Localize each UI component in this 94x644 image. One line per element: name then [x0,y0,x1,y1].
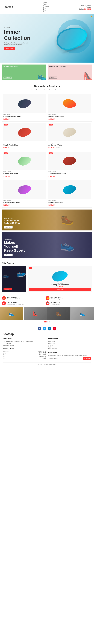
product-meta-3: Men / Women [3,142,46,144]
product-shoe-image-8 [62,184,77,196]
filter-tab-adidas[interactable]: Adidas [43,89,47,91]
filter-tab-men[interactable]: Men [31,89,34,91]
filter-tab-puma[interactable]: Puma [49,89,53,91]
logo[interactable]: Footcap [2,5,13,9]
basket-label[interactable]: Basket: 2 ($130.91) [79,8,92,10]
newsletter-email-input[interactable] [48,357,83,360]
bestsellers-title: Bestsellers Products [0,85,94,88]
product-name-3: Simple Fabric Shoe [3,144,46,146]
nav-right: Login / Register Wishlist Basket: 2 ($13… [79,4,92,10]
product-card-8[interactable]: Men / Women Simple Fabric Shoe $109.85 [47,179,92,208]
adidas-promo-banner: 🥾 Adidas Shoes The Summer Sale Off 50% S… [2,210,92,230]
feature-support-text: 24/7 SUPPORT Get Quick Support [51,302,60,305]
product-card-5[interactable]: New Men / Women Nike Air Max 270 SE $120… [2,150,47,179]
nav-contact[interactable]: Contact [43,11,49,13]
nike-shop-now-button[interactable]: Shop Now [4,254,12,256]
product-price-1: $180.85 [3,118,9,120]
product-shoe-image-7 [17,184,32,196]
social-icon-linkedin[interactable]: in [48,327,51,330]
wishlist-label[interactable]: Wishlist [87,6,92,8]
footer-link-wishlist[interactable]: Wishlist [48,344,92,346]
product-price-7: $120.85 [3,204,9,206]
carousel-dot-2[interactable] [47,322,48,322]
product-card-1[interactable]: Men / Adidas Running Sneaker Shoes $180.… [2,93,47,122]
login-register-link[interactable]: Login / Register [81,4,92,6]
product-card-7[interactable]: Men / Women Nike Basketball shoes $120.8… [2,179,47,208]
social-icon-twitter[interactable]: t [43,327,46,330]
product-meta-6: Men / Women [48,171,91,172]
nike-sp-badge: Sale [29,267,32,269]
nike-sp-shoe-image [51,269,69,283]
product-meta-2: Men / Women [48,114,91,115]
add-to-cart-button[interactable]: Add to cart [29,288,91,291]
products-grid: Men / Adidas Running Sneaker Shoes $180.… [0,93,94,208]
nike-special-content: New Trend Edition 👟 Explore All 👟 Sale W… [2,266,92,292]
opening-hours-fri: 7AM - 12PM [38,354,46,356]
nav-products[interactable]: Products [43,5,49,7]
trend-explore-button[interactable]: Explore All [3,288,12,290]
nike-special-title: Nike Special [2,262,92,264]
product-card-2[interactable]: Men / Women Leather Mens Slipper $190.85 [47,93,92,122]
social-icon-pinterest[interactable]: p [53,327,56,330]
opening-day-wed: Wed: [2,352,6,354]
footer-link-order-detail[interactable]: Order Detail [48,342,92,344]
product-image-area-7 [3,180,46,199]
adidas-shop-now-button[interactable]: Shop Now [4,226,12,228]
filter-tab-sport[interactable]: Sport [60,89,63,91]
footer-link-shop-products[interactable]: Shop Products [48,348,92,350]
hero-badge-dot [91,16,92,18]
product-image-area-6: New [48,152,91,170]
support-icon: 💬 [46,302,49,305]
feature-returns-desc: Returns are free within 9-30 days [7,304,24,305]
adidas-promo-title: The Summer Sale Off 50% [4,219,20,225]
product-card-3[interactable]: New Men / Women Simple Fabric Shoe $160.… [2,122,47,150]
footer-contact-col: Contact Us 2161 S Parker Rd, Aurora, CO … [2,338,46,360]
nav-shop[interactable]: Shop [43,7,49,9]
carousel-dot-1[interactable] [44,322,47,322]
product-card-4[interactable]: Sale Men / Sports Air Jordan 7 Retro $17… [47,122,92,150]
nav-links: Home About Products Shop Blog Contact [43,1,49,13]
nike-special-product-card[interactable]: Sale With Shoes Running Sneaker Shoes $1… [28,266,92,292]
product-name-8: Simple Fabric Shoe [48,202,91,203]
features-section: 🚚 FREE SHIPPING On orders over $100 USD … [0,294,94,307]
hero-cta-button[interactable]: Shop Now [4,47,15,50]
product-price-2: $190.85 [48,118,55,120]
product-price-5: $120.85 [3,175,9,177]
social-icons: f t in p [2,327,92,330]
nav-about[interactable]: About [43,3,49,5]
hero-content: Summer Immer Collection We help to find … [4,26,90,50]
product-price-4: $170.85 [48,147,55,149]
men-collection-explore[interactable]: Explore All [3,76,11,79]
men-collection-shoe-icon: 👟 [37,72,46,80]
women-collection-explore[interactable]: Explore All [49,76,57,79]
product-meta-5: Men / Women [3,171,46,172]
women-collection-card[interactable]: WOMEN COLLECTIONS 👠 Explore All [48,64,92,80]
carousel-dot-3[interactable] [49,322,50,322]
feature-shipping-desc: On orders over $100 USD [7,298,20,300]
product-image-area-5: New [3,152,46,170]
footer-logo-f: F [2,332,4,336]
feature-payment-title: QUICK PAYMENT [51,297,63,298]
nike-sp-meta: With Shoes [57,282,63,284]
social-icon-facebook[interactable]: f [38,327,41,330]
footer-newsletter-description: Authoritatively morph 24/7 potentialitie… [48,354,92,356]
feature-returns-title: FREE RETURNS [7,302,24,304]
filter-tab-women[interactable]: Women [36,89,41,91]
product-card-6[interactable]: New Men / Women Adidas Sneakers Shoes $1… [47,150,92,179]
newsletter-subscribe-button[interactable]: Subscribe [83,357,92,360]
footer-my-account-title: My Account [48,338,92,340]
men-collection-card[interactable]: MEN COLLECTIONS 👟 Explore All [2,64,46,80]
collections-section: MEN COLLECTIONS 👟 Explore All WOMEN COLL… [0,62,94,82]
opening-row-fri: Fri: 7AM - 12PM [2,354,46,356]
filter-tab-nike[interactable]: Nike [55,89,58,91]
footer-link-my-account[interactable]: My Account [48,341,92,342]
women-collection-shoe-icon: 👠 [83,72,92,80]
footer-contact-title: Contact Us [2,338,46,340]
product-shoe-image-4 [62,126,77,138]
bestsellers-section: Bestsellers Products Men Women Adidas Pu… [0,85,94,208]
banner-strip: 👟 👠 🥾 👟 [0,307,94,320]
nike-banner-shoe-icon: 👟 [59,238,75,252]
nav-home[interactable]: Home [43,1,49,3]
nav-blog[interactable]: Blog [43,9,49,11]
footer-link-cart[interactable]: Cart [48,346,92,348]
